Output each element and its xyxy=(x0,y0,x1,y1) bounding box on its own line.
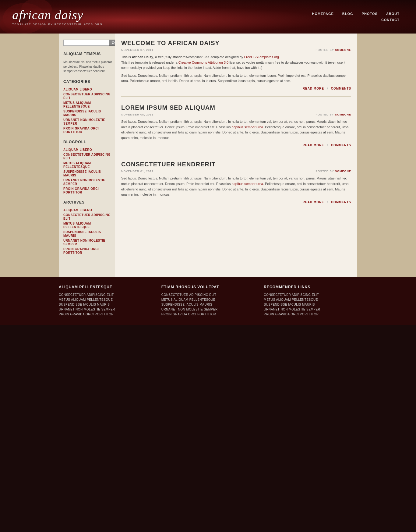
categories-list: ALIQUAM LIBEROCONSECTETUER ADIPISCING EL… xyxy=(63,87,112,134)
archive-link-5[interactable]: PROIN GRAVIDA ORCI PORTTITOR xyxy=(63,247,99,254)
post-3-comments[interactable]: COMMENTS xyxy=(331,200,351,204)
blogroll-item-1: CONSECTETUER ADIPISCING ELIT xyxy=(63,153,112,160)
nav-photos[interactable]: PHOTOS xyxy=(358,11,382,16)
sidebar-widget-text: Mauris vitae nisl nec metus placerat per… xyxy=(63,60,112,73)
main-nav: HOMEPAGE BLOG PHOTOS ABOUT CONTACT xyxy=(308,11,404,23)
footer-col1-link-1[interactable]: METUS ALIQUAM PELLENTESQUE xyxy=(59,298,113,301)
footer-col1-link-3[interactable]: URNANET NON MOLESTIE SEMPER xyxy=(59,308,115,311)
sidebar-categories: CATEGORIES ALIQUAM LIBEROCONSECTETUER AD… xyxy=(63,80,112,134)
nav-homepage[interactable]: HOMEPAGE xyxy=(308,11,338,16)
archive-item-4: URNANET NON MOLESTIE SEMPER xyxy=(63,239,112,246)
blogroll-link-4[interactable]: URNANET NON MOLESTIE SEMPER xyxy=(63,179,105,186)
category-item-0: ALIQUAM LIBERO xyxy=(63,87,112,91)
post-3-meta: NOVEMBER 01, 2011 POSTED BY SOMEONE xyxy=(121,170,351,173)
post-3-author-link[interactable]: SOMEONE xyxy=(335,170,351,173)
footer-col1-item-3: URNANET NON MOLESTIE SEMPER xyxy=(59,307,152,311)
nav-blog[interactable]: BLOG xyxy=(338,11,358,16)
footer-col3-item-0: CONSECTETUER ADIPISCING ELIT xyxy=(264,293,357,296)
blogroll-link-5[interactable]: PROIN GRAVIDA ORCI PORTTITOR xyxy=(63,187,99,194)
blogroll-link-0[interactable]: ALIQUAM LIBERO xyxy=(63,148,92,151)
footer-col3-title: RECOMMENDED LINKS xyxy=(264,285,357,289)
post-1-author: POSTED BY SOMEONE xyxy=(316,48,351,51)
category-link-5[interactable]: PROIN GRAVIDA ORCI PORTTITOR xyxy=(63,127,99,134)
post-3-footer: READ MORE / COMMENTS xyxy=(121,200,351,204)
blogroll-link-1[interactable]: CONSECTETUER ADIPISCING ELIT xyxy=(63,153,111,160)
post-2-comments[interactable]: COMMENTS xyxy=(331,144,351,147)
post-2-author-link[interactable]: SOMEONE xyxy=(335,113,351,116)
category-link-4[interactable]: URNANET NON MOLESTIE SEMPER xyxy=(63,118,105,125)
footer-col1-item-4: PROIN GRAVIDA ORCI PORTTITOR xyxy=(59,312,152,316)
footer-col3-item-1: METUS ALIQUAM PELLENTESQUE xyxy=(264,298,357,301)
footer-col2-link-1[interactable]: METUS ALIQUAM PELLENTESQUE xyxy=(161,298,216,301)
footer-col2-link-0[interactable]: CONSECTETUER ADIPISCING ELIT xyxy=(161,293,217,296)
sidebar-widget-title: ALIQUAM TEMPUS xyxy=(63,52,112,57)
footer-col3: RECOMMENDED LINKS CONSECTETUER ADIPISCIN… xyxy=(264,285,357,317)
footer-col3-item-4: PROIN GRAVIDA ORCI PORTTITOR xyxy=(264,312,357,316)
post-1-comments[interactable]: COMMENTS xyxy=(331,87,351,90)
blogroll-link-2[interactable]: METUS ALIQUAM PELLENTESQUE xyxy=(63,161,91,168)
sidebar-blogroll-title: BLOGROLL xyxy=(63,140,112,145)
category-link-1[interactable]: CONSECTETUER ADIPISCING ELIT xyxy=(63,93,111,100)
freecss-link[interactable]: FreeCSSTemplates.org xyxy=(244,55,279,59)
nav-contact[interactable]: CONTACT xyxy=(377,17,404,23)
post-3-link[interactable]: dapibus semper urna xyxy=(232,182,263,186)
archive-link-0[interactable]: ALIQUAM LIBERO xyxy=(63,208,92,212)
category-link-3[interactable]: SUSPENDISSE IACULIS MAURIS xyxy=(63,110,101,117)
post-3-separator: / xyxy=(327,200,328,204)
blogroll-link-3[interactable]: SUSPENDISSE IACULIS MAURIS xyxy=(63,170,101,177)
footer-col2-item-3: URNANET NON MOLESTIE SEMPER xyxy=(161,307,255,311)
category-link-2[interactable]: METUS ALIQUAM PELLENTESQUE xyxy=(63,101,91,108)
footer-col1-links: CONSECTETUER ADIPISCING ELITMETUS ALIQUA… xyxy=(59,293,152,316)
footer-col1-link-4[interactable]: PROIN GRAVIDA ORCI PORTTITOR xyxy=(59,313,114,316)
post-3-title: CONSECTETUER HENDRERIT xyxy=(121,161,351,168)
footer-col1-link-0[interactable]: CONSECTETUER ADIPISCING ELIT xyxy=(59,293,114,296)
search-form: GO xyxy=(63,40,112,46)
footer-col2-item-0: CONSECTETUER ADIPISCING ELIT xyxy=(161,293,255,296)
post-1: WELCOME TO AFRICAN DAISY NOVEMBER 07, 20… xyxy=(121,40,351,97)
footer-col2-link-3[interactable]: URNANET NON MOLESTIE SEMPER xyxy=(161,308,218,311)
footer-col2-item-4: PROIN GRAVIDA ORCI PORTTITOR xyxy=(161,312,255,316)
post-1-meta: NOVEMBER 07, 2011 POSTED BY SOMEONE xyxy=(121,48,351,51)
archive-item-3: SUSPENDISSE IACULIS MAURIS xyxy=(63,230,112,237)
footer-col2-link-4[interactable]: PROIN GRAVIDA ORCI PORTTITOR xyxy=(161,313,216,316)
footer-col3-item-3: URNANET NON MOLESTIE SEMPER xyxy=(264,307,357,311)
category-item-3: SUSPENDISSE IACULIS MAURIS xyxy=(63,109,112,117)
post-2-footer: READ MORE / COMMENTS xyxy=(121,144,351,147)
category-link-0[interactable]: ALIQUAM LIBERO xyxy=(63,88,92,91)
blogroll-list: ALIQUAM LIBEROCONSECTETUER ADIPISCING EL… xyxy=(63,148,112,194)
post-2-meta: NOVEMBER 05, 2011 POSTED BY SOMEONE xyxy=(121,113,351,116)
search-input[interactable] xyxy=(63,40,109,46)
post-3-author: POSTED BY SOMEONE xyxy=(316,170,351,173)
archive-link-2[interactable]: METUS ALIQUAM PELLENTESQUE xyxy=(63,222,91,229)
footer-col3-link-0[interactable]: CONSECTETUER ADIPISCING ELIT xyxy=(264,293,319,296)
post-3-read-more[interactable]: READ MORE xyxy=(303,200,324,204)
footer-col2-link-2[interactable]: SUSPENDISSE IACULIS MAURIS xyxy=(161,303,212,306)
category-item-1: CONSECTETUER ADIPISCING ELIT xyxy=(63,92,112,100)
post-1-footer: READ MORE / COMMENTS xyxy=(121,87,351,90)
footer-col3-links: CONSECTETUER ADIPISCING ELITMETUS ALIQUA… xyxy=(264,293,357,316)
footer-col3-link-3[interactable]: URNANET NON MOLESTIE SEMPER xyxy=(264,308,320,311)
footer: ALIQUAM PELLENTESQUE CONSECTETUER ADIPIS… xyxy=(0,277,416,325)
archive-item-5: PROIN GRAVIDA ORCI PORTTITOR xyxy=(63,247,112,254)
archive-link-3[interactable]: SUSPENDISSE IACULIS MAURIS xyxy=(63,230,101,237)
archive-link-1[interactable]: CONSECTETUER ADIPISCING ELIT xyxy=(63,213,111,220)
footer-col3-link-4[interactable]: PROIN GRAVIDA ORCI PORTTITOR xyxy=(264,313,319,316)
footer-col1-item-2: SUSPENDISSE IACULIS MAURIS xyxy=(59,303,152,306)
post-2: LOREM IPSUM SED ALIQUAM NOVEMBER 05, 201… xyxy=(121,104,351,153)
footer-col1-title: ALIQUAM PELLENTESQUE xyxy=(59,285,152,289)
post-2-link[interactable]: dapibus semper urna xyxy=(232,125,263,129)
footer-col1-link-2[interactable]: SUSPENDISSE IACULIS MAURIS xyxy=(59,303,110,306)
footer-col2-item-1: METUS ALIQUAM PELLENTESQUE xyxy=(161,298,255,301)
post-1-read-more[interactable]: READ MORE xyxy=(303,87,324,90)
archive-link-4[interactable]: URNANET NON MOLESTIE SEMPER xyxy=(63,239,105,246)
post-1-separator: / xyxy=(327,87,328,90)
post-2-title: LOREM IPSUM SED ALIQUAM xyxy=(121,104,351,111)
footer-col3-link-1[interactable]: METUS ALIQUAM PELLENTESQUE xyxy=(264,298,318,301)
cc-license-link[interactable]: Creative Commons Attribution 3.0 xyxy=(178,61,228,64)
post-2-read-more[interactable]: READ MORE xyxy=(303,144,324,147)
nav-about[interactable]: ABOUT xyxy=(382,11,404,16)
site-title: african daisy xyxy=(12,8,308,22)
post-1-author-link[interactable]: SOMEONE xyxy=(335,48,351,51)
footer-col3-link-2[interactable]: SUSPENDISSE IACULIS MAURIS xyxy=(264,303,315,306)
blogroll-item-0: ALIQUAM LIBERO xyxy=(63,148,112,151)
